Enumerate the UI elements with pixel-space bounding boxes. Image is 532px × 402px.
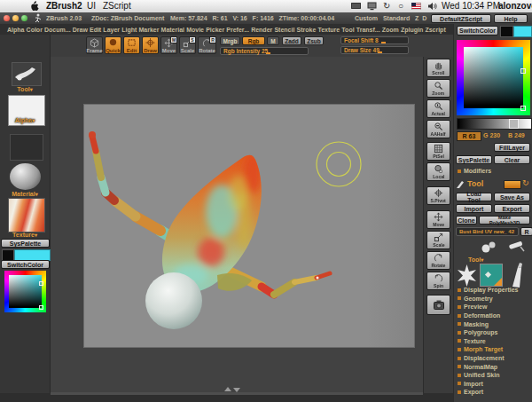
current-stroke-thumbnail[interactable] [10,134,43,161]
color-picker[interactable] [4,271,46,312]
syspalette-button[interactable]: SysPalette [456,155,492,164]
r-button[interactable]: R [520,227,532,236]
draw-size-slider[interactable]: Draw Size 49 [340,46,409,54]
spheres-tool-thumbnail[interactable] [481,240,498,254]
palette-menu-item[interactable]: Zoom [382,27,399,33]
inventory-tool-label[interactable]: Tool▾ [468,256,483,263]
zsub-button[interactable]: Zsub [304,36,324,45]
clear-button[interactable]: Clear [494,155,530,164]
aahalf-button[interactable]: AAHalf [426,120,450,138]
subpalette-row[interactable]: Unified Skin [458,371,532,380]
palette-menu-item[interactable]: Edit [90,27,101,33]
volume-icon[interactable] [427,2,437,11]
load-tool-button[interactable]: Load Tool [456,193,492,201]
palette-menu-item[interactable]: Layer [103,27,120,33]
selected-tool-thumbnail[interactable] [480,264,503,287]
roller-tool-thumbnail[interactable] [505,238,527,254]
picker-handle[interactable] [520,106,526,111]
subpalette-row[interactable]: NormalMap [458,362,532,371]
zadd-button[interactable]: Zadd [282,36,301,45]
current-tool-thumbnail[interactable] [12,62,42,86]
scale-canvas-button[interactable]: Scale [426,231,450,249]
palette-menu-item[interactable]: Alpha [7,27,24,33]
mrgb-button[interactable]: Mrgb [220,36,240,45]
palette-menu-item[interactable]: Docum... [44,27,71,33]
subpalette-row[interactable]: Masking [458,319,532,328]
zoom-button[interactable]: Zoom [426,79,450,98]
subpalette-row[interactable]: Import [458,380,532,389]
star-tool-thumbnail[interactable] [456,264,478,288]
spin-button[interactable]: Spin [426,272,450,290]
current-color-swatch[interactable] [513,26,532,37]
subpalette-row[interactable]: Export [458,388,532,397]
palette-menu-item[interactable]: Marker [138,27,159,33]
make-polymesh3d-button[interactable]: Make PolyMesh3D [479,216,530,225]
green-value[interactable]: G 230 [483,131,500,139]
tray-tool-label[interactable]: Tool▾ [0,86,50,92]
tool-chip-icon[interactable] [504,180,521,189]
menubar-user[interactable]: alonzovo [498,0,532,12]
palette-menu-item[interactable]: Stencil [274,27,294,33]
picker-handle[interactable] [39,281,43,286]
tray-material-label[interactable]: Material▾ [0,191,50,197]
display-icon[interactable] [367,2,377,11]
canvas-area[interactable] [51,57,423,393]
palette-menu-item[interactable]: Transf... [356,27,380,33]
menu-ui[interactable]: UI [87,0,96,12]
brush-tool-thumbnail[interactable] [505,262,527,288]
palette-menu-item[interactable]: Tool [341,27,354,33]
subpalette-row[interactable]: Display Properties [458,286,532,295]
scale-mode-button[interactable]: S Scale [179,36,196,54]
us-flag-icon[interactable] [411,3,421,10]
subpalette-row[interactable]: Deformation [458,311,532,320]
palette-menu-item[interactable]: Color [27,27,43,33]
blue-value[interactable]: B 249 [508,131,525,139]
tray-alpha-label[interactable]: Alpha▾ [0,117,50,123]
value-slider[interactable] [457,118,532,130]
minimize-button[interactable] [12,15,19,21]
ptsel-button[interactable]: PtSel [426,142,450,161]
quick-mode-button[interactable]: Quick [105,36,121,54]
draw-mode-button[interactable]: Draw [142,36,159,54]
focal-shift-slider[interactable]: Focal Shift 8 [340,36,409,44]
palette-menu-item[interactable]: Material [161,27,184,33]
m-button[interactable]: M [267,36,279,45]
subpalette-row[interactable]: Displacement [458,354,532,363]
color-picker-square[interactable] [464,47,523,108]
current-material-thumbnail[interactable] [10,163,41,190]
zbrush-document[interactable] [84,105,414,347]
refresh-icon[interactable]: ↻ [522,178,529,187]
picker-handle[interactable] [39,305,43,310]
switchcolor-button[interactable]: SwitchColor [1,260,50,269]
local-button[interactable]: Local [426,162,450,181]
export-button[interactable]: Export [494,204,530,213]
tray-open-down-arrow[interactable] [233,388,240,392]
modifiers-section[interactable]: Modifiers [458,168,491,174]
palette-menu-item[interactable]: Draw [73,27,88,33]
fill-layer-button[interactable]: FillLayer [494,143,530,152]
bottom-tray-divider[interactable] [51,392,423,395]
sculpt-model[interactable] [84,105,414,347]
sync-icon[interactable]: ↻ [383,0,390,12]
palette-menu-item[interactable]: Prefer... [226,27,249,33]
palette-menu-item[interactable]: Render [251,27,272,33]
subpalette-row[interactable]: Polygroups [458,328,532,337]
apple-menu[interactable] [29,1,39,12]
picker-handle[interactable] [520,68,526,74]
switchcolor-button[interactable]: SwitchColor [457,26,498,35]
default-zscript-button[interactable]: DefaultZScript [431,14,491,23]
rotate-canvas-button[interactable]: Rotate [426,251,450,270]
value-slider-handle[interactable] [509,119,519,129]
actual-button[interactable]: Actual [426,99,450,118]
palette-menu-item[interactable]: Stroke [297,27,317,33]
save-as-button[interactable]: Save As [494,193,530,201]
palette-menu-item[interactable]: Picker [206,27,224,33]
active-tool-slider[interactable]: Bust Bird UV new_ 42 [456,227,519,236]
close-button[interactable] [4,15,10,21]
move-canvas-button[interactable]: Move [426,210,450,229]
menu-zscript[interactable]: ZScript [103,0,131,12]
red-value[interactable]: R 63 [457,131,481,141]
rgb-intensity-slider[interactable]: Rgb Intensity 25 [220,47,309,55]
tray-texture-label[interactable]: Texture▾ [0,232,50,238]
palette-menu-item[interactable]: Zplugin [401,27,423,33]
